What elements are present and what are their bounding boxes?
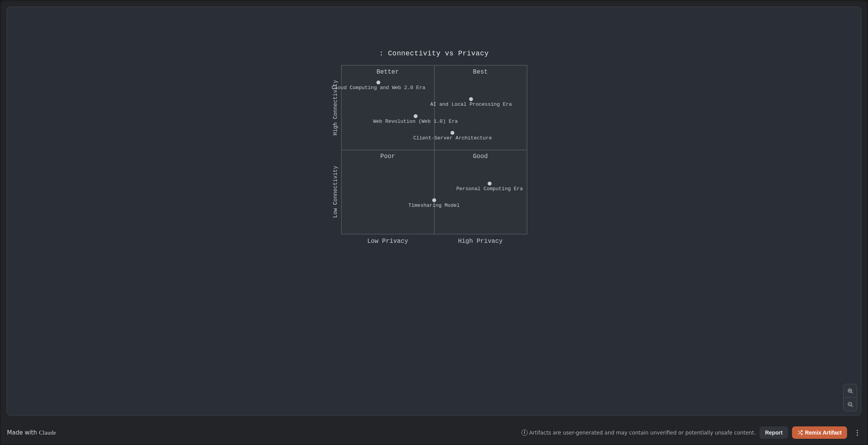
made-with-brand: Claude: [39, 430, 56, 436]
made-with-claude[interactable]: Made with Claude: [7, 429, 56, 436]
data-point-label: Client-Server Architecture: [413, 135, 492, 141]
quadrant-label-best: Best: [434, 69, 527, 76]
shuffle-icon: [797, 430, 803, 435]
made-with-prefix: Made with: [7, 429, 37, 436]
info-icon: i: [521, 430, 528, 436]
svg-line-1: [851, 392, 852, 393]
more-menu-button[interactable]: [853, 427, 861, 438]
data-point[interactable]: [469, 97, 473, 101]
data-point-label: Web Revolution (Web 1.0) Era: [373, 119, 457, 124]
chart-title: : Connectivity vs Privacy: [337, 50, 531, 57]
artifact-canvas: : Connectivity vs Privacy Better Best Po…: [7, 7, 861, 416]
data-point[interactable]: [488, 182, 492, 186]
footer-right: i Artifacts are user-generated and may c…: [521, 426, 861, 439]
data-point-label: Cloud Computing and Web 2.0 Era: [331, 85, 425, 91]
zoom-in-icon: [847, 388, 853, 394]
remix-button-label: Remix Artifact: [805, 430, 842, 436]
quadrant-label-better: Better: [342, 69, 434, 76]
y-axis-label-low: Low Connectivity: [332, 150, 338, 234]
quadrant-label-good: Good: [434, 153, 527, 160]
chart: : Connectivity vs Privacy Better Best Po…: [337, 50, 531, 234]
x-axis-label-high: High Privacy: [434, 238, 527, 245]
y-axis-label-high: High Connectivity: [332, 65, 338, 150]
outer-frame: : Connectivity vs Privacy Better Best Po…: [1, 1, 867, 444]
remix-artifact-button[interactable]: Remix Artifact: [792, 426, 847, 439]
svg-line-5: [851, 405, 852, 407]
zoom-in-button[interactable]: [844, 384, 857, 397]
svg-line-9: [798, 431, 799, 432]
report-button[interactable]: Report: [759, 426, 788, 439]
data-point[interactable]: [414, 114, 418, 118]
disclaimer-text: Artifacts are user-generated and may con…: [529, 430, 756, 436]
data-point-label: AI and Local Processing Era: [430, 101, 512, 107]
data-point-label: Timesharing Model: [408, 203, 460, 208]
data-point[interactable]: [376, 81, 380, 84]
zoom-out-button[interactable]: [844, 398, 857, 411]
data-point[interactable]: [432, 198, 436, 202]
x-axis-label-low: Low Privacy: [342, 238, 434, 245]
data-point-label: Personal Computing Era: [456, 186, 523, 192]
zoom-controls: [843, 384, 857, 411]
report-button-label: Report: [765, 430, 782, 436]
disclaimer: i Artifacts are user-generated and may c…: [521, 430, 756, 436]
quadrant-label-poor: Poor: [342, 153, 434, 160]
footer-bar: Made with Claude i Artifacts are user-ge…: [1, 421, 867, 444]
axis-divider-horizontal: [342, 150, 527, 150]
data-point[interactable]: [450, 131, 454, 135]
quadrant-grid: Better Best Poor Good High Connectivity …: [341, 65, 527, 234]
zoom-out-icon: [847, 401, 853, 407]
